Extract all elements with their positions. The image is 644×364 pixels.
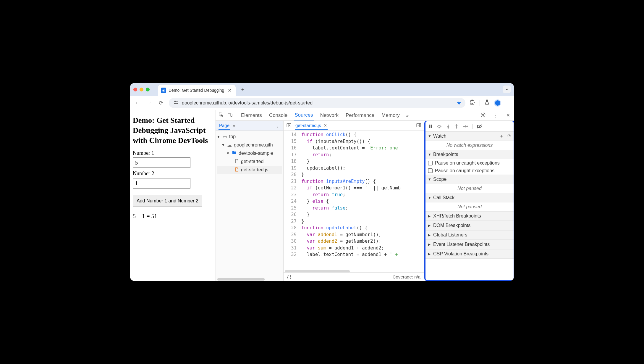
page-heading: Demo: Get Started Debugging JavaScript w… [133, 115, 212, 145]
scope-section-header[interactable]: ▼ Scope [425, 175, 514, 184]
svg-point-22 [467, 126, 468, 127]
pause-caught-checkbox[interactable]: Pause on caught exceptions [425, 167, 514, 175]
svg-rect-8 [231, 114, 232, 116]
input-number-1[interactable] [133, 157, 190, 168]
toggle-debugger-icon[interactable] [416, 123, 422, 129]
event-listener-breakpoints-header[interactable]: ▶Event Listener Breakpoints [425, 240, 514, 249]
browser-menu-button[interactable]: ⋮ [505, 100, 511, 106]
toggle-navigator-icon[interactable] [286, 123, 292, 129]
tree-domain[interactable]: ▼ ☁ googlechrome.gith [217, 141, 282, 149]
svg-rect-15 [431, 125, 432, 128]
tab-title: Demo: Get Started Debugging [169, 88, 224, 93]
tab-sources[interactable]: Sources [294, 110, 313, 120]
back-button[interactable]: ← [133, 100, 141, 106]
devtools-close-icon[interactable]: ✕ [505, 113, 511, 118]
file-tree: ▼ ▭ top ▼ ☁ googlechrome.gith ▼ [216, 131, 283, 176]
inspect-element-icon[interactable] [219, 112, 224, 119]
callstack-section-header[interactable]: ▼ Call Stack [425, 193, 514, 202]
tab-performance[interactable]: Performance [345, 111, 375, 120]
site-settings-icon[interactable] [173, 100, 179, 106]
tab-memory[interactable]: Memory [381, 111, 400, 120]
watch-section-header[interactable]: ▼ Watch ＋ ⟳ [425, 131, 514, 141]
bookmark-star-icon[interactable]: ★ [457, 100, 461, 106]
rendered-page: Demo: Get Started Debugging JavaScript w… [130, 110, 216, 281]
frame-icon: ▭ [222, 134, 227, 140]
window-maximize-button[interactable] [146, 88, 150, 91]
device-toolbar-icon[interactable] [227, 112, 233, 119]
devtools-panel: Elements Console Sources Network Perform… [216, 110, 514, 281]
add-button[interactable]: Add Number 1 and Number 2 [133, 195, 202, 207]
address-bar[interactable]: googlechrome.github.io/devtools-samples/… [169, 98, 465, 108]
breakpoints-section-header[interactable]: ▼ Breakpoints [425, 150, 514, 159]
tree-top-frame[interactable]: ▼ ▭ top [217, 133, 282, 141]
browser-tab[interactable]: ◉ Demo: Get Started Debugging ✕ [158, 85, 236, 96]
traffic-lights [133, 88, 150, 91]
deactivate-breakpoints-icon[interactable] [477, 124, 483, 129]
callstack-body: Not paused [425, 202, 514, 211]
pretty-print-icon[interactable]: { } [287, 274, 291, 279]
new-tab-button[interactable]: ＋ [239, 85, 247, 94]
tab-close-button[interactable]: ✕ [226, 88, 233, 93]
debugger-toolbar [425, 121, 514, 131]
tab-elements[interactable]: Elements [240, 111, 263, 120]
tabs-overflow-icon[interactable]: » [406, 113, 409, 118]
step-into-icon[interactable] [446, 124, 450, 129]
svg-point-9 [483, 114, 484, 116]
step-over-icon[interactable] [437, 124, 442, 129]
url-text: googlechrome.github.io/devtools-samples/… [182, 100, 313, 106]
cloud-icon: ☁ [227, 142, 232, 148]
scope-body: Not paused [425, 184, 514, 193]
tab-strip: ◉ Demo: Get Started Debugging ✕ ＋ [130, 83, 514, 96]
nav-overflow-icon[interactable]: » [233, 123, 235, 128]
xhr-breakpoints-header[interactable]: ▶XHR/fetch Breakpoints [425, 211, 514, 221]
content-area: Demo: Get Started Debugging JavaScript w… [130, 110, 514, 281]
nav-menu-icon[interactable]: ⋮ [275, 123, 280, 129]
dom-breakpoints-header[interactable]: ▶DOM Breakpoints [425, 221, 514, 230]
nav-scrollbar[interactable] [217, 278, 265, 281]
browser-toolbar: ← → ⟳ googlechrome.github.io/devtools-sa… [130, 96, 514, 110]
labs-icon[interactable] [484, 99, 490, 107]
tab-console[interactable]: Console [268, 111, 288, 120]
folder-icon [232, 150, 237, 156]
tree-folder[interactable]: ▼ devtools-sample [217, 149, 282, 157]
label-number-1: Number 1 [133, 150, 212, 156]
code-hscrollbar[interactable] [285, 270, 350, 273]
svg-rect-14 [429, 125, 430, 128]
file-icon [234, 159, 239, 165]
profile-avatar[interactable] [494, 99, 501, 107]
add-watch-icon[interactable]: ＋ [499, 133, 504, 139]
svg-point-16 [439, 127, 440, 128]
debugger-sidebar: ▼ Watch ＋ ⟳ No watch expressions ▼ Break… [424, 121, 514, 281]
window-minimize-button[interactable] [140, 88, 143, 91]
pause-icon[interactable] [428, 124, 433, 129]
devtools-tab-strip: Elements Console Sources Network Perform… [216, 110, 514, 121]
devtools-settings-icon[interactable] [480, 112, 486, 118]
step-icon[interactable] [463, 124, 468, 129]
watch-empty-text: No watch expressions [425, 141, 514, 150]
svg-point-3 [177, 103, 177, 104]
coverage-text: Coverage: n/a [393, 274, 420, 279]
devtools-menu-icon[interactable]: ⋮ [492, 113, 499, 118]
editor-file-tab[interactable]: get-started.js ✕ [295, 122, 328, 130]
svg-point-20 [456, 127, 457, 128]
editor-tab-close-icon[interactable]: ✕ [323, 123, 327, 128]
code-editor: get-started.js ✕ 14 15 16 17 18 19 20 21… [284, 121, 424, 281]
forward-button[interactable]: → [145, 100, 153, 106]
tab-network[interactable]: Network [320, 111, 339, 120]
code-area[interactable]: 14 15 16 17 18 19 20 21 22 23 24 25 26 2… [284, 131, 424, 272]
csp-breakpoints-header[interactable]: ▶CSP Violation Breakpoints [425, 249, 514, 259]
tree-file-html[interactable]: get-started [217, 157, 282, 166]
tab-overflow-button[interactable] [503, 86, 511, 93]
tree-file-js[interactable]: get-started.js [217, 166, 282, 174]
refresh-watch-icon[interactable]: ⟳ [507, 133, 511, 139]
input-number-2[interactable] [133, 178, 190, 189]
step-out-icon[interactable] [454, 124, 459, 129]
editor-footer: { } Coverage: n/a [284, 272, 424, 281]
global-listeners-header[interactable]: ▶Global Listeners [425, 230, 514, 240]
extensions-icon[interactable] [470, 99, 475, 107]
pause-uncaught-checkbox[interactable]: Pause on uncaught exceptions [425, 159, 514, 167]
result-text: 5 + 1 = 51 [133, 213, 212, 220]
window-close-button[interactable] [133, 88, 137, 91]
nav-page-tab[interactable]: Page [219, 122, 230, 130]
reload-button[interactable]: ⟳ [157, 100, 165, 106]
